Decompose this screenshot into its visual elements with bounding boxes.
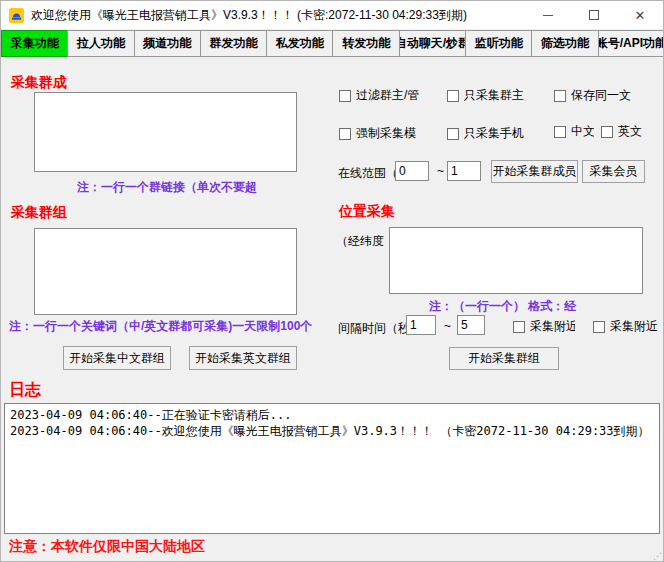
resize-grip[interactable]: ⋰ <box>653 552 662 561</box>
checkbox-label: 采集附近 <box>530 318 575 335</box>
log-line: 2023-04-09 04:06:40--欢迎您使用《曝光王电报营销工具》V3.… <box>10 423 654 439</box>
tab-forward[interactable]: 转发功能 <box>332 30 399 57</box>
tab-bar: 采集功能 拉人功能 频道功能 群发功能 私发功能 转发功能 自动聊天/炒群 监听… <box>1 30 664 57</box>
start-collect-location-groups-button[interactable]: 开始采集群组 <box>449 347 559 370</box>
collect-vip-button[interactable]: 采集会员 <box>582 160 645 183</box>
group-links-textarea[interactable] <box>34 92 297 172</box>
close-icon: ✕ <box>635 8 646 23</box>
checkbox-save-same-file[interactable]: 保存同一文 <box>554 87 631 104</box>
collect-nearby-2-checkbox[interactable] <box>593 321 605 333</box>
checkbox-label: 过滤群主/管 <box>356 87 419 104</box>
tab-collect[interactable]: 采集功能 <box>1 30 68 57</box>
section-heading-collect-members: 采集群成 <box>11 74 67 92</box>
checkbox-filter-owner-admin[interactable]: 过滤群主/管 <box>339 87 419 104</box>
tab-auto-chat[interactable]: 自动聊天/炒群 <box>399 30 466 57</box>
chinese-checkbox[interactable] <box>554 126 566 138</box>
keywords-textarea[interactable] <box>34 228 297 315</box>
log-line: 2023-04-09 04:06:40--正在验证卡密请稍后... <box>10 407 654 423</box>
checkbox-only-phone[interactable]: 只采集手机 <box>447 125 524 142</box>
minimize-button[interactable] <box>525 1 571 29</box>
checkbox-label: 英文 <box>618 123 642 140</box>
collect-nearby-1-checkbox[interactable] <box>513 321 525 333</box>
collect-members-note: 注：一行一个群链接（单次不要超 <box>77 179 331 196</box>
only-owner-checkbox[interactable] <box>447 90 459 102</box>
log-heading: 日志 <box>9 380 41 401</box>
checkbox-label: 强制采集模 <box>356 125 416 142</box>
section-heading-collect-groups: 采集群组 <box>11 204 67 222</box>
interval-from-input[interactable] <box>406 315 436 335</box>
app-window: 欢迎您使用《曝光王电报营销工具》V3.9.3！！！ (卡密:2072-11-30… <box>0 0 664 562</box>
filter-owner-admin-checkbox[interactable] <box>339 90 351 102</box>
range-tilde: ~ <box>437 164 444 178</box>
start-collect-en-groups-button[interactable]: 开始采集英文群组 <box>189 346 297 370</box>
collect-groups-note: 注：一行一个关键词（中/英文群都可采集)一天限制100个 <box>9 318 331 335</box>
maximize-button[interactable] <box>571 1 617 29</box>
checkbox-only-owner[interactable]: 只采集群主 <box>447 87 524 104</box>
maximize-icon <box>589 10 599 20</box>
title-bar: 欢迎您使用《曝光王电报营销工具》V3.9.3！！！ (卡密:2072-11-30… <box>1 1 663 29</box>
window-controls: ✕ <box>525 1 663 29</box>
checkbox-label: 采集附近 <box>610 318 658 335</box>
tab-monitor[interactable]: 监听功能 <box>465 30 532 57</box>
location-note: 注：（一行一个） 格式：经 <box>429 298 643 315</box>
tab-channel[interactable]: 频道功能 <box>134 30 201 57</box>
close-button[interactable]: ✕ <box>617 1 663 29</box>
section-heading-location-collect: 位置采集 <box>339 203 395 221</box>
online-range-to-input[interactable] <box>447 161 481 181</box>
checkbox-collect-nearby-1[interactable]: 采集附近 <box>513 318 575 335</box>
checkbox-english[interactable]: 英文 <box>601 123 642 140</box>
start-collect-members-button[interactable]: 开始采集群成员 <box>491 160 578 183</box>
save-same-file-checkbox[interactable] <box>554 90 566 102</box>
checkbox-chinese[interactable]: 中文 <box>554 123 594 140</box>
tab-private-send[interactable]: 私发功能 <box>266 30 333 57</box>
interval-label: 间隔时间（秒 <box>338 320 408 337</box>
tab-filter[interactable]: 筛选功能 <box>531 30 598 57</box>
online-range-from-input[interactable] <box>395 161 429 181</box>
interval-tilde: ~ <box>444 319 451 333</box>
online-range-label: 在线范围（ <box>338 165 398 182</box>
minimize-icon <box>543 15 553 16</box>
checkbox-collect-nearby-2[interactable]: 采集附近 <box>593 318 658 335</box>
english-checkbox[interactable] <box>601 126 613 138</box>
checkbox-label: 只采集手机 <box>464 125 524 142</box>
coords-textarea[interactable] <box>389 227 643 294</box>
app-icon <box>9 8 24 23</box>
coords-label: （经纬度 <box>336 233 389 250</box>
tab-group-send[interactable]: 群发功能 <box>200 30 267 57</box>
checkbox-label: 中文 <box>571 123 594 140</box>
interval-to-input[interactable] <box>457 315 485 335</box>
checkbox-force-collect[interactable]: 强制采集模 <box>339 125 416 142</box>
tab-account-api[interactable]: 账号/API功能 <box>598 30 664 57</box>
force-collect-checkbox[interactable] <box>339 128 351 140</box>
log-output[interactable]: 2023-04-09 04:06:40--正在验证卡密请稍后... 2023-0… <box>4 403 660 534</box>
only-phone-checkbox[interactable] <box>447 128 459 140</box>
footer-warning: 注意：本软件仅限中国大陆地区 <box>9 537 529 553</box>
window-title: 欢迎您使用《曝光王电报营销工具》V3.9.3！！！ (卡密:2072-11-30… <box>31 7 525 24</box>
checkbox-label: 保存同一文 <box>571 87 631 104</box>
checkbox-label: 只采集群主 <box>464 87 524 104</box>
tab-pull-users[interactable]: 拉人功能 <box>67 30 134 57</box>
start-collect-cn-groups-button[interactable]: 开始采集中文群组 <box>63 346 171 370</box>
